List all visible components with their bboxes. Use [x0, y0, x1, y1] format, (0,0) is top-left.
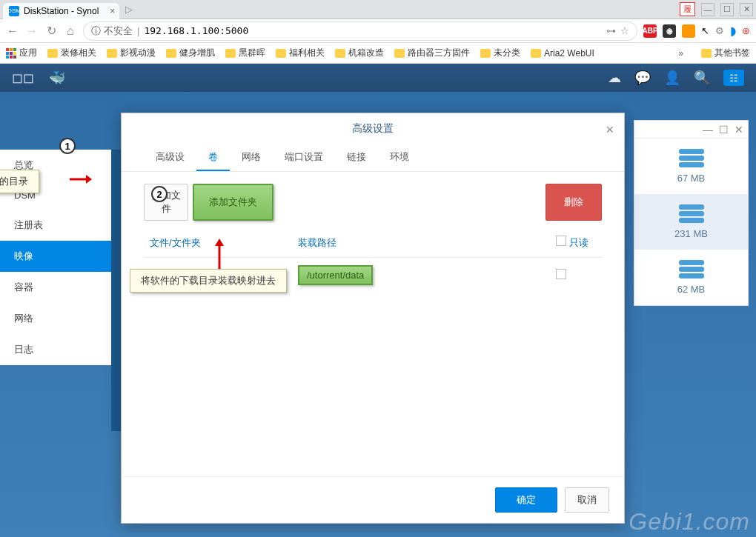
sidebar-item-registry[interactable]: 注册表: [0, 210, 111, 241]
ext-icon-4[interactable]: ⊕: [742, 25, 750, 36]
maximize-panel-icon[interactable]: ☐: [719, 124, 729, 136]
svg-marker-1: [86, 175, 92, 184]
storage-item[interactable]: 62 MB: [634, 250, 748, 305]
ok-button[interactable]: 确定: [495, 487, 557, 513]
tab-volume[interactable]: 卷: [196, 144, 230, 171]
modal-toolbar: 添加文件 添加文件夹 删除: [122, 172, 624, 228]
add-folder-button[interactable]: 添加文件夹: [193, 184, 273, 221]
url-field[interactable]: ⓘ 不安全 | 192.168.1.100:5000 ⊶ ☆: [83, 21, 637, 41]
browser-tab-bar: DSM DiskStation - Synol × ▷ 履 — ☐ ✕: [0, 0, 756, 19]
sidebar-item-network[interactable]: 网络: [0, 303, 111, 334]
bookmark-item[interactable]: 装修相关: [47, 47, 96, 59]
folder-icon: [47, 49, 58, 58]
extension-badge[interactable]: 履: [680, 2, 695, 16]
reload-icon[interactable]: ↻: [44, 24, 58, 38]
bookmark-item[interactable]: 健身增肌: [166, 47, 215, 59]
annotation-marker-2: 2: [151, 186, 168, 202]
bookmark-item[interactable]: 福利相关: [276, 47, 325, 59]
cell-readonly: [550, 258, 602, 293]
modal-tabs: 高级设 卷 网络 端口设置 链接 环境: [122, 144, 624, 172]
tab-title: DiskStation - Synol: [24, 6, 99, 16]
folder-icon: [531, 49, 541, 58]
star-icon[interactable]: ☆: [620, 25, 629, 36]
bookmark-item[interactable]: 路由器三方固件: [394, 47, 470, 59]
security-info[interactable]: ⓘ 不安全: [91, 24, 133, 38]
close-window-icon[interactable]: ✕: [740, 3, 753, 16]
checkbox[interactable]: [556, 236, 566, 246]
bookmark-item[interactable]: 影视动漫: [107, 47, 156, 59]
ext-icon-3[interactable]: ◗: [730, 24, 736, 38]
tab-env[interactable]: 环境: [378, 144, 421, 171]
annotation-marker-1: 1: [59, 138, 76, 154]
back-icon[interactable]: ←: [6, 24, 19, 38]
key-icon[interactable]: ⊶: [606, 25, 616, 36]
modal-close-icon[interactable]: ×: [606, 122, 614, 138]
bookmark-item[interactable]: 机箱改造: [335, 47, 384, 59]
modal-title: 高级设置 ×: [122, 113, 624, 144]
bookmark-bar: 应用 装修相关 影视动漫 健身增肌 黑群晖 福利相关 机箱改造 路由器三方固件 …: [0, 43, 756, 64]
delete-button[interactable]: 删除: [546, 184, 602, 221]
close-panel-icon[interactable]: ✕: [735, 124, 743, 136]
database-icon: [679, 260, 704, 279]
docker-icon[interactable]: 🐳: [49, 70, 65, 86]
tab-close-icon[interactable]: ×: [110, 6, 115, 16]
home-icon[interactable]: ⌂: [64, 24, 77, 38]
address-bar: ← → ↻ ⌂ ⓘ 不安全 | 192.168.1.100:5000 ⊶ ☆ A…: [0, 19, 756, 43]
tab-advanced[interactable]: 高级设: [144, 144, 196, 171]
other-bookmarks[interactable]: 其他书签: [701, 47, 750, 59]
notification-icon[interactable]: 💬: [634, 70, 651, 86]
minimize-icon[interactable]: —: [701, 3, 714, 16]
database-icon: [679, 204, 704, 224]
cancel-button[interactable]: 取消: [565, 487, 609, 513]
volume-table: 文件/文件夹 装载路径 只读 /docker/utorrent/data /ut…: [122, 228, 624, 476]
ext-icon-2[interactable]: [682, 24, 695, 38]
watermark: Gebi1.com: [629, 508, 750, 536]
bookmark-more[interactable]: »: [678, 48, 683, 59]
ext-icon-1[interactable]: ◉: [663, 24, 676, 38]
sidebar-item-container[interactable]: 容器: [0, 272, 111, 303]
folder-icon: [394, 49, 405, 58]
col-mount[interactable]: 装载路径: [292, 228, 550, 258]
widget-icon[interactable]: ☁: [608, 70, 621, 86]
dsm-menu-icon[interactable]: ◻◻: [12, 70, 34, 86]
tab-network[interactable]: 网络: [230, 144, 273, 171]
sidebar-item-image[interactable]: 映像: [0, 241, 111, 272]
folder-icon: [276, 49, 286, 58]
storage-panel: — ☐ ✕ 67 MB 231 MB 62 MB: [634, 120, 749, 306]
apps-icon: [6, 48, 16, 59]
apps-shortcut[interactable]: 应用: [6, 47, 37, 59]
sidebar-item-log[interactable]: 日志: [0, 334, 111, 365]
search-icon[interactable]: 🔍: [694, 70, 710, 86]
col-readonly[interactable]: 只读: [550, 228, 602, 258]
user-icon[interactable]: 👤: [664, 70, 680, 86]
forward-icon: →: [25, 24, 39, 38]
folder-icon: [480, 49, 491, 58]
browser-tab[interactable]: DSM DiskStation - Synol ×: [3, 3, 119, 19]
folder-icon: [335, 49, 345, 58]
annotation-note-2: 将软件的下载目录装载映射进去: [130, 269, 287, 293]
dsm-taskbar: ◻◻ 🐳 ☁ 💬 👤 🔍 ☷: [0, 64, 756, 92]
abp-icon[interactable]: ABP: [643, 24, 657, 38]
database-icon: [679, 149, 704, 168]
mount-path-highlight: /utorrent/data: [298, 265, 373, 285]
storage-item[interactable]: 231 MB: [634, 194, 748, 250]
maximize-icon[interactable]: ☐: [720, 3, 734, 16]
minimize-panel-icon[interactable]: —: [703, 124, 713, 136]
svg-marker-3: [215, 239, 224, 246]
storage-item[interactable]: 67 MB: [634, 139, 748, 194]
arrow-icon: [70, 173, 92, 185]
bookmark-item[interactable]: Aria2 WebUI: [531, 48, 594, 59]
bookmark-item[interactable]: 未分类: [480, 47, 520, 59]
folder-icon: [166, 49, 176, 58]
tab-link[interactable]: 链接: [335, 144, 378, 171]
advanced-settings-modal: 高级设置 × 高级设 卷 网络 端口设置 链接 环境 添加文件 添加文件夹 删除…: [121, 113, 625, 524]
pointer-icon[interactable]: ↖: [701, 25, 709, 36]
bookmark-item[interactable]: 黑群晖: [225, 47, 265, 59]
tab-favicon: DSM: [9, 6, 19, 16]
gear-ext-icon[interactable]: ⚙: [715, 25, 724, 36]
pinned-icon[interactable]: ☷: [723, 70, 744, 86]
readonly-checkbox[interactable]: [556, 269, 566, 279]
tab-port[interactable]: 端口设置: [273, 144, 335, 171]
new-tab-icon[interactable]: ▷: [125, 4, 133, 15]
window-controls: 履 — ☐ ✕: [680, 2, 753, 16]
